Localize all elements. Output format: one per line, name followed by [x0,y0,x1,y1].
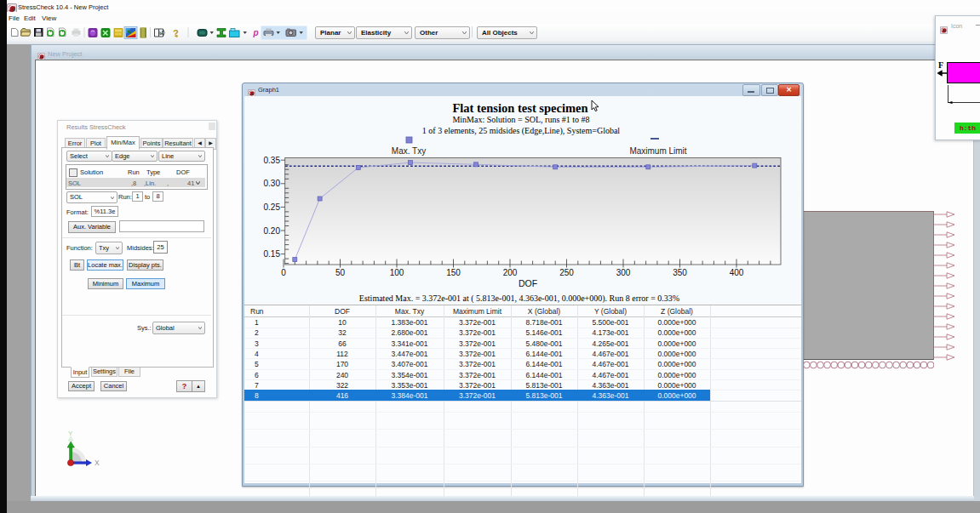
svg-text:0.20: 0.20 [264,226,281,236]
svg-text:p: p [253,28,259,37]
svg-text:DOF: DOF [519,278,537,288]
svg-text:300: 300 [616,268,631,277]
svg-text:0.15: 0.15 [264,249,281,259]
svg-text:250: 250 [559,268,574,277]
svg-text:X: X [95,459,100,467]
svg-text:200: 200 [503,268,518,277]
svg-text:♭: ♭ [159,30,162,36]
svg-text:100: 100 [390,268,404,277]
svg-text:Y: Y [68,430,73,437]
svg-text:Maximum Limit: Maximum Limit [629,146,686,156]
svg-text:MinMax: Solution = SOL, runs #: MinMax: Solution = SOL, runs #1 to #8 [452,115,589,124]
svg-text:0.25: 0.25 [264,202,281,212]
svg-text:0.35: 0.35 [264,156,281,165]
svg-text:400: 400 [730,268,744,277]
svg-text:Max. Txy: Max. Txy [392,146,426,156]
svg-text:Estimated Max. = 3.372e-001 a: Estimated Max. = 3.372e-001 at ( 5.813e-… [359,294,679,304]
svg-text:0: 0 [281,268,286,277]
svg-text:Flat tension test specimen: Flat tension test specimen [452,101,587,115]
svg-text:0.30: 0.30 [264,179,281,188]
svg-text:150: 150 [446,268,461,277]
svg-text:1 of 3 elements, 25 midsides (: 1 of 3 elements, 25 midsides (Edge,Line)… [422,126,620,136]
svg-text:350: 350 [673,268,687,277]
svg-text:50: 50 [335,268,346,277]
